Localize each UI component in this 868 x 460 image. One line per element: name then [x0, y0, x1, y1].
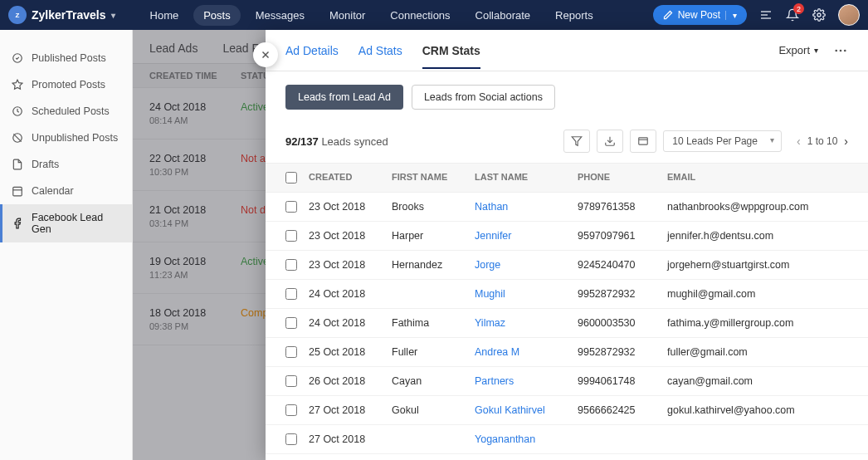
- sidebar-item-scheduled-posts[interactable]: Scheduled Posts: [0, 98, 132, 125]
- new-post-button[interactable]: New Post ▾: [653, 5, 747, 25]
- export-button[interactable]: Export ▾: [778, 44, 818, 56]
- sidebar-item-calendar[interactable]: Calendar: [0, 178, 132, 204]
- leads-from-social-actions-button[interactable]: Leads from Social actions: [412, 85, 555, 110]
- svg-point-14: [840, 49, 842, 51]
- next-page-button[interactable]: ›: [844, 135, 848, 148]
- activity-icon[interactable]: [758, 7, 773, 22]
- close-icon: [260, 49, 271, 61]
- leads-synced-text: 92/137 Leads synced: [285, 135, 388, 148]
- settings-icon[interactable]: [812, 7, 827, 22]
- sidebar-item-published-posts[interactable]: Published Posts: [0, 45, 132, 71]
- more-actions-button[interactable]: [833, 43, 848, 58]
- sidebar-icon: [12, 105, 23, 117]
- select-all-checkbox[interactable]: [285, 172, 297, 184]
- leads-synced-label: Leads synced: [321, 135, 388, 148]
- post-date: 19 Oct 201811:23 AM: [149, 256, 241, 280]
- close-panel-button[interactable]: [253, 42, 278, 67]
- brand-logo: Z: [8, 6, 27, 24]
- pencil-icon: [663, 10, 673, 20]
- sidebar-item-unpublished-posts[interactable]: Unpublished Posts: [0, 125, 132, 151]
- lead-row-checkbox[interactable]: [285, 259, 297, 271]
- leads-table-header: CREATED FIRST NAME LAST NAME PHONE EMAIL: [266, 164, 868, 193]
- lead-created: 25 Oct 2018: [309, 346, 392, 358]
- sidebar-item-facebook-lead-gen[interactable]: Facebook Lead Gen: [0, 204, 132, 242]
- lead-row: 27 Oct 2018GokulGokul Kathirvel956666242…: [266, 396, 868, 425]
- lead-created: 23 Oct 2018: [309, 201, 392, 213]
- download-button[interactable]: [597, 130, 623, 153]
- post-date: 18 Oct 201809:38 PM: [149, 307, 241, 331]
- lead-row: 24 Oct 2018Mughil9952872932mughil@gmail.…: [266, 280, 868, 309]
- lead-email: nathanbrooks@wppgroup.com: [667, 201, 848, 213]
- lead-phone: 9952872932: [578, 288, 667, 300]
- post-date: 22 Oct 201810:30 PM: [149, 153, 241, 177]
- post-time: 11:23 AM: [149, 270, 241, 280]
- bg-tab-lead-ads[interactable]: Lead Ads: [149, 42, 197, 55]
- lead-row-checkbox[interactable]: [285, 404, 297, 416]
- panel-tab-ad-stats[interactable]: Ad Stats: [358, 32, 402, 69]
- leads-from-lead-ad-button[interactable]: Leads from Lead Ad: [285, 85, 403, 110]
- nav-link-monitor[interactable]: Monitor: [319, 5, 375, 26]
- lead-last-name-link[interactable]: Gokul Kathirvel: [475, 404, 578, 416]
- prev-page-button[interactable]: ‹: [797, 135, 801, 148]
- download-icon: [604, 135, 616, 147]
- dots-horizontal-icon: [833, 43, 848, 58]
- lead-created: 23 Oct 2018: [309, 230, 392, 242]
- lead-row-checkbox[interactable]: [285, 433, 297, 445]
- lead-last-name-link[interactable]: Nathan: [475, 201, 578, 213]
- svg-line-8: [13, 134, 21, 141]
- lead-last-name-link[interactable]: Jorge: [475, 259, 578, 271]
- brand-switcher[interactable]: Z ZylkerTravels ▾: [8, 6, 115, 24]
- lead-first-name: Fuller: [392, 346, 475, 358]
- notif-badge: 2: [793, 3, 804, 14]
- svg-point-3: [817, 13, 821, 17]
- lead-row-checkbox[interactable]: [285, 288, 297, 300]
- post-time: 10:30 PM: [149, 167, 241, 177]
- lead-first-name: Fathima: [392, 317, 475, 329]
- chevron-down-icon[interactable]: ▾: [725, 11, 737, 20]
- lead-last-name-link[interactable]: Mughil: [475, 288, 578, 300]
- nav-link-connections[interactable]: Connections: [380, 5, 460, 26]
- lead-created: 24 Oct 2018: [309, 317, 392, 329]
- sidebar-item-label: Facebook Lead Gen: [32, 212, 120, 235]
- col-first-name: FIRST NAME: [392, 172, 475, 184]
- lead-row-checkbox[interactable]: [285, 317, 297, 329]
- nav-link-home[interactable]: Home: [140, 5, 189, 26]
- lead-email: fathima.y@millergroup.com: [667, 317, 848, 329]
- svg-point-13: [835, 49, 837, 51]
- sidebar: Published PostsPromoted PostsScheduled P…: [0, 30, 133, 460]
- lead-phone: 9600003530: [578, 317, 667, 329]
- chevron-down-icon: ▾: [814, 46, 818, 55]
- lead-first-name: Gokul: [392, 404, 475, 416]
- panel-tab-ad-details[interactable]: Ad Details: [285, 32, 339, 69]
- filter-button[interactable]: [563, 130, 590, 153]
- user-avatar[interactable]: [838, 4, 860, 26]
- lead-row-checkbox[interactable]: [285, 230, 297, 242]
- filter-icon: [571, 135, 583, 147]
- panel-tab-crm-stats[interactable]: CRM Stats: [422, 32, 480, 69]
- lead-last-name-link[interactable]: Partners: [475, 375, 578, 387]
- nav-link-reports[interactable]: Reports: [545, 5, 603, 26]
- leads-per-page-select[interactable]: 10 Leads Per Page: [663, 130, 782, 152]
- nav-link-collaborate[interactable]: Collaborate: [466, 5, 541, 26]
- sidebar-item-promoted-posts[interactable]: Promoted Posts: [0, 71, 132, 98]
- lead-email: gokul.kathirvel@yahoo.com: [667, 404, 848, 416]
- post-time: 03:14 PM: [149, 218, 241, 228]
- lead-row-checkbox[interactable]: [285, 346, 297, 358]
- sidebar-item-drafts[interactable]: Drafts: [0, 151, 132, 178]
- post-date: 21 Oct 201803:14 PM: [149, 204, 241, 228]
- lead-last-name-link[interactable]: Andrea M: [475, 346, 578, 358]
- columns-button[interactable]: [630, 130, 656, 153]
- nav-link-messages[interactable]: Messages: [246, 5, 315, 26]
- nav-link-posts[interactable]: Posts: [193, 5, 241, 26]
- svg-rect-18: [639, 138, 648, 144]
- lead-last-name-link[interactable]: Jennifer: [475, 230, 578, 242]
- lead-row-checkbox[interactable]: [285, 375, 297, 387]
- lead-last-name-link[interactable]: Yogananthan: [475, 433, 578, 445]
- sidebar-icon: [12, 159, 23, 170]
- lead-email: jorgehern@stuartgirst.com: [667, 259, 848, 271]
- lead-last-name-link[interactable]: Yilmaz: [475, 317, 578, 329]
- notifications-icon[interactable]: 2: [785, 7, 800, 22]
- top-navbar: Z ZylkerTravels ▾ HomePostsMessagesMonit…: [0, 0, 868, 30]
- lead-row-checkbox[interactable]: [285, 201, 297, 213]
- lead-row: 27 Oct 2018Yogananthan: [266, 425, 868, 454]
